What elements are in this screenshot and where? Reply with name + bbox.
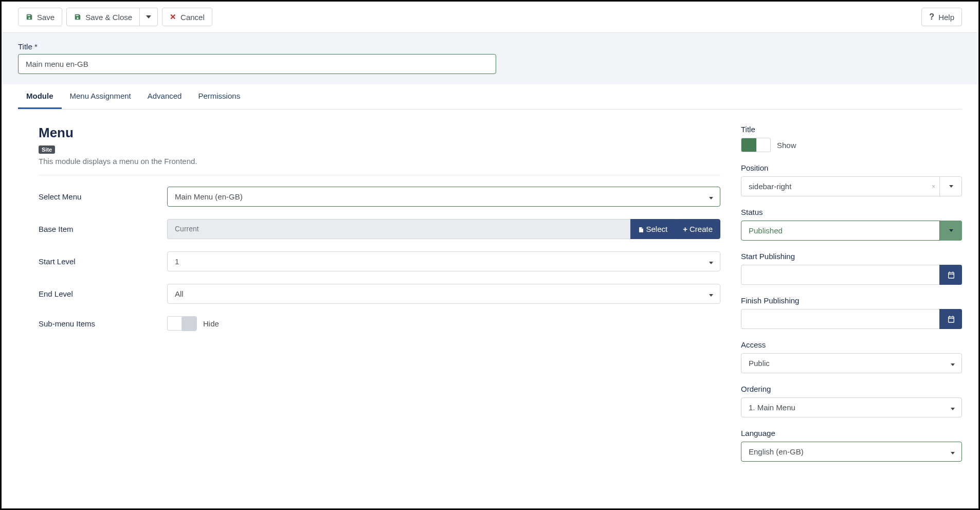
end-level-row: End Level All [39,284,720,304]
side-finish-pub-label: Finish Publishing [741,296,962,305]
side-status-group: Status Published [741,208,962,241]
start-level-label: Start Level [39,257,167,266]
close-icon: ✕ [170,12,176,22]
base-item-label: Base Item [39,225,167,233]
main: Menu Site This module displays a menu on… [39,125,720,473]
save-label: Save [37,13,55,22]
finish-pub-calendar-button[interactable] [939,309,962,329]
base-item-row: Base Item Current Select + Create [39,219,720,239]
tab-menu-assignment[interactable]: Menu Assignment [62,84,139,109]
side-ordering-value: 1. Main Menu [741,397,962,417]
select-menu-row: Select Menu Main Menu (en-GB) [39,187,720,207]
start-pub-input[interactable] [741,265,962,285]
submenu-toggle[interactable] [167,316,197,331]
chevron-down-icon [951,359,955,368]
side-ordering-label: Ordering [741,385,962,393]
finish-pub-control [741,309,962,329]
tabs: Module Menu Assignment Advanced Permissi… [18,84,962,110]
side-access-value: Public [741,353,962,373]
side-finish-pub-group: Finish Publishing [741,296,962,329]
toolbar-left: Save Save & Close ✕ Cancel [18,8,212,26]
save-button[interactable]: Save [18,8,62,26]
tab-module[interactable]: Module [18,84,62,109]
cancel-button[interactable]: ✕ Cancel [162,8,212,26]
side-status-value: Published [741,221,962,241]
help-label: Help [938,13,954,22]
clear-icon[interactable]: × [932,183,935,190]
start-level-value: 1 [167,251,720,271]
content: Menu Site This module displays a menu on… [2,110,978,483]
select-menu-value: Main Menu (en-GB) [167,187,720,207]
chevron-down-icon [146,15,151,19]
language-control[interactable]: English (en-GB) [741,442,962,462]
end-level-control[interactable]: All [167,284,720,304]
divider [39,175,720,175]
start-level-row: Start Level 1 [39,251,720,271]
start-level-control[interactable]: 1 [167,251,720,271]
select-menu-control[interactable]: Main Menu (en-GB) [167,187,720,207]
select-btn-label: Select [646,225,668,233]
submenu-value: Hide [203,319,219,328]
title-input[interactable] [18,54,496,74]
module-heading: Menu [39,125,720,141]
side-position-label: Position [741,163,962,172]
status-arrow[interactable] [939,221,962,241]
submenu-row: Sub-menu Items Hide [39,316,720,331]
save-close-label: Save & Close [85,13,132,22]
submenu-control: Hide [167,316,720,331]
file-icon [638,226,644,233]
save-close-button[interactable]: Save & Close [66,8,140,26]
access-control[interactable]: Public [741,353,962,373]
position-arrow[interactable] [939,176,962,196]
side-access-group: Access Public [741,340,962,373]
toolbar-right: ? Help [921,8,962,26]
chevron-down-icon [951,448,955,456]
submenu-label: Sub-menu Items [39,319,167,328]
question-icon: ? [929,12,934,22]
save-close-group: Save & Close [66,8,158,26]
save-icon [26,13,33,21]
save-icon [74,13,81,21]
chevron-down-icon [949,185,953,188]
side-position-value: sidebar-right [741,176,962,196]
side-language-group: Language English (en-GB) [741,429,962,462]
base-item-create-button[interactable]: + Create [675,219,720,239]
module-description: This module displays a menu on the Front… [39,157,720,166]
help-button[interactable]: ? Help [921,8,962,26]
side-access-label: Access [741,340,962,349]
tab-advanced[interactable]: Advanced [139,84,190,109]
side-status-label: Status [741,208,962,216]
sidebar: Title Show Position sidebar-right × Stat… [741,125,962,473]
position-control[interactable]: sidebar-right × [741,176,962,196]
title-block: Title * [2,33,978,84]
cancel-label: Cancel [180,13,205,22]
start-pub-calendar-button[interactable] [939,265,962,285]
side-title-label: Title [741,125,962,134]
side-title-value: Show [777,141,796,150]
base-item-control: Current Select + Create [167,219,720,239]
side-position-group: Position sidebar-right × [741,163,962,196]
calendar-icon [947,315,955,323]
side-ordering-group: Ordering 1. Main Menu [741,385,962,417]
base-item-select-button[interactable]: Select [630,219,676,239]
side-start-pub-label: Start Publishing [741,252,962,261]
ordering-control[interactable]: 1. Main Menu [741,397,962,417]
base-item-value: Current [167,219,630,239]
tab-permissions[interactable]: Permissions [190,84,248,109]
side-title-group: Title Show [741,125,962,152]
chevron-down-icon [951,404,955,412]
site-badge: Site [39,145,55,154]
side-start-pub-group: Start Publishing [741,252,962,285]
select-menu-label: Select Menu [39,192,167,201]
save-close-dropdown[interactable] [140,8,158,26]
title-toggle[interactable] [741,138,771,152]
toolbar: Save Save & Close ✕ Cancel ? Help [2,2,978,33]
create-btn-label: Create [689,225,713,233]
end-level-label: End Level [39,289,167,298]
plus-icon: + [683,225,687,233]
finish-pub-input[interactable] [741,309,962,329]
side-language-label: Language [741,429,962,438]
start-pub-control [741,265,962,285]
side-title-control: Show [741,138,962,152]
status-control[interactable]: Published [741,221,962,241]
